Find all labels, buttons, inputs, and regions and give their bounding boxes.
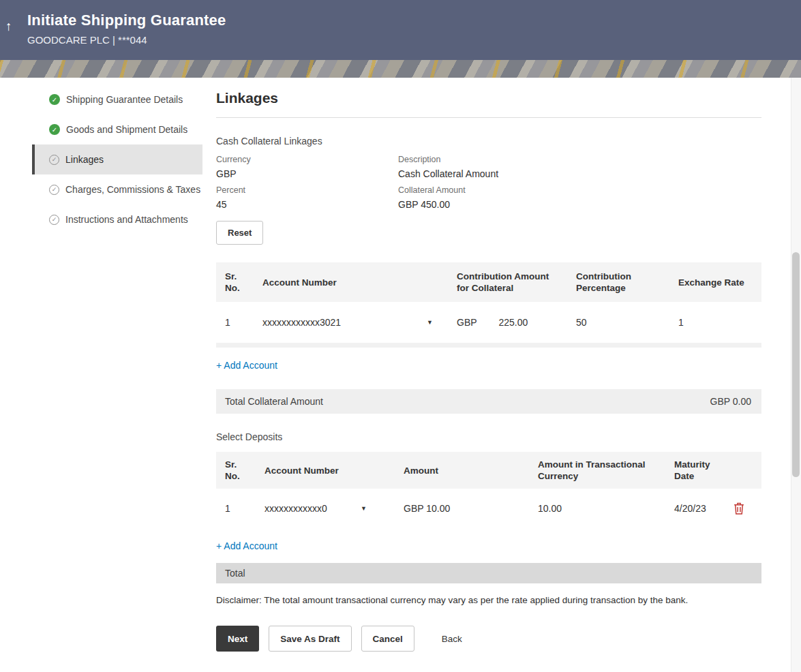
collateral-table-row: 1 xxxxxxxxxxxx3021 ▼ GBP 225.00 50 1	[216, 302, 761, 343]
page-header: ↑ Initiate Shipping Guarantee GOODCARE P…	[0, 0, 801, 60]
contribution-amount-input[interactable]: 225.00	[498, 317, 528, 328]
wizard-steps-sidebar: ✓ Shipping Guarantee Details ✓ Goods and…	[32, 85, 202, 652]
chevron-down-icon: ▼	[427, 319, 433, 326]
sidebar-item-goods-and-shipment-details[interactable]: ✓ Goods and Shipment Details	[32, 114, 202, 144]
sidebar-item-instructions-attachments[interactable]: ✓ Instructions and Attachments	[32, 204, 202, 234]
contribution-percentage-input[interactable]: 50	[567, 317, 669, 328]
page-header-subtitle: GOODCARE PLC | ***044	[27, 34, 801, 46]
chevron-down-icon: ▼	[361, 505, 367, 512]
description-field: Description Cash Collateral Amount	[398, 155, 761, 179]
description-label: Description	[398, 155, 761, 164]
select-deposits-section-title: Select Deposits	[216, 431, 761, 442]
percent-field: Percent 45	[216, 185, 398, 210]
deposits-table-header: Sr. No. Account Number Amount Amount in …	[216, 452, 761, 489]
save-as-draft-button[interactable]: Save As Draft	[269, 626, 351, 652]
back-arrow-icon[interactable]: ↑	[5, 19, 12, 34]
check-circle-icon: ✓	[49, 94, 60, 105]
reset-button[interactable]: Reset	[216, 221, 263, 245]
deposits-total-row: Total	[216, 563, 761, 583]
footer-actions: Next Save As Draft Cancel Back	[216, 626, 761, 652]
sidebar-item-shipping-guarantee-details[interactable]: ✓ Shipping Guarantee Details	[32, 85, 202, 114]
sidebar-item-linkages[interactable]: ✓ Linkages	[32, 144, 202, 174]
col-header-contribution-percentage: Contribution Percentage	[567, 271, 669, 294]
exchange-rate-value: 1	[669, 317, 761, 328]
currency-value: GBP	[216, 168, 398, 179]
circle-check-outline-icon: ✓	[49, 155, 59, 165]
add-account-link-collateral[interactable]: + Add Account	[216, 360, 277, 371]
col-header-sr-no: Sr. No.	[216, 271, 254, 294]
col-header-sr-no: Sr. No.	[216, 459, 256, 482]
deposit-amount-txn-value: 10.00	[529, 503, 665, 514]
currency-field: Currency GBP	[216, 155, 398, 179]
deposit-amount-value: GBP 10.00	[395, 503, 529, 514]
cancel-button[interactable]: Cancel	[361, 626, 414, 652]
collateral-amount-value: GBP 450.00	[398, 199, 761, 210]
total-collateral-amount-value: GBP 0.00	[710, 396, 751, 407]
sidebar-item-charges-commissions-taxes[interactable]: ✓ Charges, Commissions & Taxes	[32, 174, 202, 204]
delete-row-button[interactable]	[725, 502, 753, 515]
row-sr-no: 1	[216, 503, 256, 514]
check-circle-icon: ✓	[49, 124, 60, 135]
account-number-value: xxxxxxxxxxxx3021	[262, 317, 341, 328]
page-header-title: Initiate Shipping Guarantee	[27, 12, 801, 29]
collateral-amount-field: Collateral Amount GBP 450.00	[398, 185, 761, 210]
percent-value: 45	[216, 199, 398, 210]
cash-collateral-section-title: Cash Collateral Linkages	[216, 136, 761, 147]
table-horizontal-scrollbar[interactable]	[216, 343, 761, 348]
description-value: Cash Collateral Amount	[398, 168, 761, 179]
banner-texture-strip	[0, 60, 801, 78]
cash-collateral-fields: Currency GBP Description Cash Collateral…	[216, 155, 761, 210]
page-scrollbar-thumb[interactable]	[792, 252, 800, 477]
deposit-maturity-date-value: 4/20/23	[665, 503, 725, 514]
contribution-currency-value: GBP	[457, 317, 477, 328]
percent-label: Percent	[216, 185, 398, 195]
deposits-total-label: Total	[225, 568, 245, 579]
col-header-maturity-date: Maturity Date	[665, 459, 725, 482]
collateral-table-header: Sr. No. Account Number Contribution Amou…	[216, 262, 761, 302]
total-collateral-amount-row: Total Collateral Amount GBP 0.00	[216, 389, 761, 414]
deposits-table: Sr. No. Account Number Amount Amount in …	[216, 452, 761, 528]
collateral-accounts-table: Sr. No. Account Number Contribution Amou…	[216, 262, 761, 348]
deposit-account-value: xxxxxxxxxxxx0	[265, 503, 327, 514]
col-header-account-number: Account Number	[256, 465, 395, 476]
deposit-account-dropdown[interactable]: xxxxxxxxxxxx0 ▼	[265, 503, 374, 514]
sidebar-item-label: Goods and Shipment Details	[66, 124, 187, 135]
circle-check-outline-icon: ✓	[49, 185, 59, 195]
circle-check-outline-icon: ✓	[49, 215, 59, 225]
page-title: Linkages	[216, 90, 761, 118]
sidebar-item-label: Shipping Guarantee Details	[66, 94, 183, 105]
total-collateral-amount-label: Total Collateral Amount	[225, 396, 323, 407]
currency-label: Currency	[216, 155, 398, 164]
account-number-dropdown[interactable]: xxxxxxxxxxxx3021 ▼	[262, 317, 440, 328]
sidebar-item-label: Instructions and Attachments	[65, 214, 188, 225]
add-account-link-deposits[interactable]: + Add Account	[216, 540, 277, 551]
col-header-exchange-rate: Exchange Rate	[669, 277, 761, 288]
back-button[interactable]: Back	[435, 626, 469, 652]
col-header-amount-txn-currency: Amount in Transactional Currency	[529, 459, 665, 482]
sidebar-item-label: Charges, Commissions & Taxes	[65, 184, 200, 195]
disclaimer-text: Disclaimer: The total amount transaction…	[216, 595, 761, 605]
collateral-amount-label: Collateral Amount	[398, 185, 761, 195]
sidebar-item-label: Linkages	[65, 154, 104, 165]
col-header-amount: Amount	[395, 465, 529, 476]
trash-icon	[734, 502, 744, 515]
col-header-contribution-amount: Contribution Amount for Collateral	[448, 271, 567, 294]
next-button[interactable]: Next	[216, 626, 259, 652]
deposits-table-row: 1 xxxxxxxxxxxx0 ▼ GBP 10.00 10.00 4/20/2…	[216, 489, 761, 528]
col-header-account-number: Account Number	[254, 277, 448, 288]
row-sr-no: 1	[216, 317, 254, 328]
